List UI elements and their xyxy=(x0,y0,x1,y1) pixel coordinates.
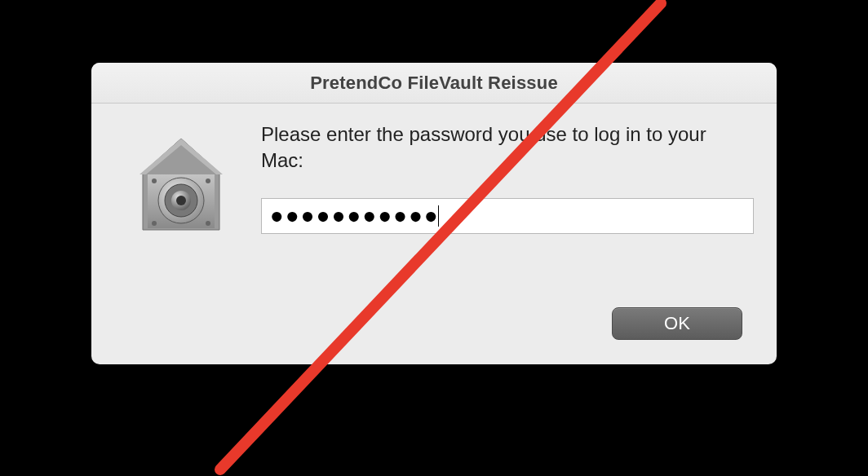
filevault-icon xyxy=(124,130,238,244)
text-caret xyxy=(438,205,439,227)
svg-point-9 xyxy=(152,221,157,226)
filevault-reissue-dialog: PretendCo FileVault Reissue xyxy=(91,63,777,364)
prompt-text: Please enter the password you use to log… xyxy=(261,121,742,174)
ok-button[interactable]: OK xyxy=(612,307,742,340)
svg-point-6 xyxy=(176,196,186,205)
dialog-content: Please enter the password you use to log… xyxy=(91,104,777,364)
ok-button-label: OK xyxy=(664,313,690,334)
password-input[interactable]: ●●●●●●●●●●● xyxy=(261,198,754,234)
dialog-title: PretendCo FileVault Reissue xyxy=(310,73,558,94)
svg-point-10 xyxy=(206,221,210,226)
svg-point-7 xyxy=(152,178,157,183)
dialog-titlebar: PretendCo FileVault Reissue xyxy=(91,63,777,104)
password-masked-value: ●●●●●●●●●●● xyxy=(270,205,440,227)
svg-point-8 xyxy=(206,178,210,183)
